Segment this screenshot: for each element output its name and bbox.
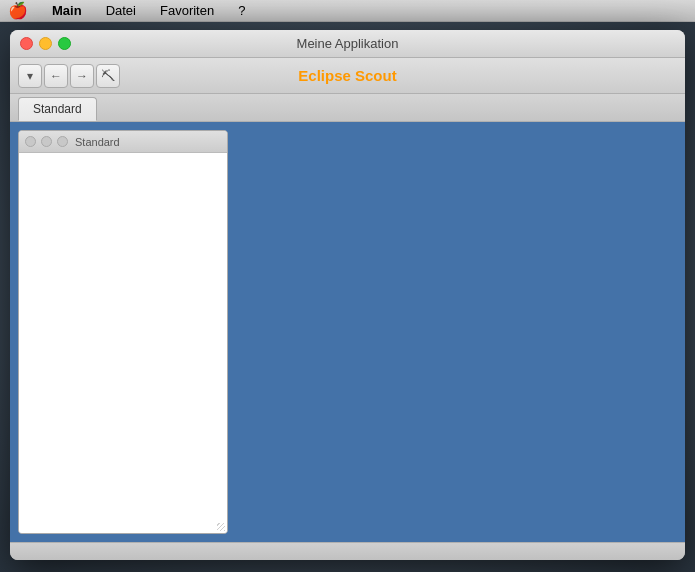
back-button[interactable]: ←: [44, 64, 68, 88]
forward-button[interactable]: →: [70, 64, 94, 88]
pin-button[interactable]: ⛏: [96, 64, 120, 88]
tab-standard[interactable]: Standard: [18, 97, 97, 121]
statusbar: [10, 542, 685, 560]
traffic-lights: [20, 37, 71, 50]
menubar: 🍎 Main Datei Favoriten ?: [0, 0, 695, 22]
panel-body[interactable]: [19, 153, 227, 533]
panel-title: Standard: [75, 136, 120, 148]
resize-handle[interactable]: [215, 521, 227, 533]
maximize-button[interactable]: [58, 37, 71, 50]
inner-panel: Standard: [18, 130, 228, 534]
main-content: Standard: [10, 122, 685, 542]
app-title: Eclipse Scout: [298, 67, 396, 84]
menu-datei[interactable]: Datei: [102, 2, 140, 19]
menu-favoriten[interactable]: Favoriten: [156, 2, 218, 19]
app-window: Meine Applikation ▾ ← → ⛏ Eclipse Scout …: [10, 30, 685, 560]
tabbar: Standard: [10, 94, 685, 122]
menu-help[interactable]: ?: [234, 2, 249, 19]
minimize-button[interactable]: [39, 37, 52, 50]
toolbar: ▾ ← → ⛏ Eclipse Scout: [10, 58, 685, 94]
panel-minimize-icon: [41, 136, 52, 147]
panel-titlebar: Standard: [19, 131, 227, 153]
titlebar: Meine Applikation: [10, 30, 685, 58]
close-button[interactable]: [20, 37, 33, 50]
panel-maximize-icon: [57, 136, 68, 147]
dropdown-button[interactable]: ▾: [18, 64, 42, 88]
apple-menu[interactable]: 🍎: [8, 1, 28, 20]
window-title: Meine Applikation: [297, 36, 399, 51]
panel-close-icon: [25, 136, 36, 147]
menu-main[interactable]: Main: [48, 2, 86, 19]
